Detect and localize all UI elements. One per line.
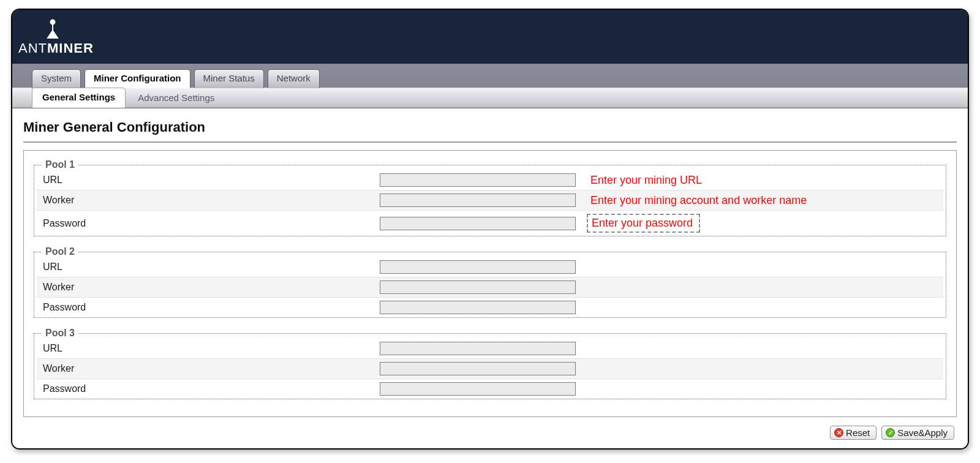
hint-highlight-box: Enter your password <box>587 214 700 233</box>
pool-2-worker-input[interactable] <box>380 280 576 294</box>
field-label: URL <box>37 175 380 186</box>
main-tabs: SystemMiner ConfigurationMiner StatusNet… <box>12 69 968 88</box>
page-title: Miner General Configuration <box>23 119 957 135</box>
pool-1-fieldset: Pool 1URLEnter your mining URLWorkerEnte… <box>34 159 946 236</box>
field-hint: Enter your mining account and worker nam… <box>582 194 943 207</box>
field-label: Worker <box>37 363 380 374</box>
pool-2-url-input[interactable] <box>380 260 576 274</box>
field-label: URL <box>37 343 380 354</box>
pool-2-fieldset: Pool 2URLWorkerPassword <box>34 246 946 318</box>
pool-3-row-url: URL <box>37 339 943 358</box>
reset-button[interactable]: ✕ Reset <box>830 426 876 440</box>
reset-button-label: Reset <box>846 427 870 438</box>
title-separator <box>23 141 957 143</box>
main-tab-miner-configuration[interactable]: Miner Configuration <box>85 69 190 88</box>
pool-2-legend: Pool 2 <box>42 246 78 257</box>
main-tab-network[interactable]: Network <box>268 69 320 88</box>
svg-point-0 <box>51 20 55 24</box>
field-label: URL <box>37 262 380 273</box>
field-hint: Enter your password <box>582 214 943 233</box>
field-hint: Enter your mining URL <box>582 174 943 187</box>
brand-bold: MINER <box>47 40 94 56</box>
pool-1-url-input[interactable] <box>380 173 576 187</box>
field-label: Worker <box>37 282 380 293</box>
pool-3-row-password: Password <box>37 378 943 399</box>
brand-logo: ANTMINER <box>18 18 98 58</box>
topbar: ANTMINER <box>12 10 968 64</box>
pool-3-legend: Pool 3 <box>42 328 78 339</box>
pool-1-row-url: URLEnter your mining URL <box>37 170 943 190</box>
pool-1-worker-input[interactable] <box>380 194 576 207</box>
svg-text:ANTMINER: ANTMINER <box>18 40 94 56</box>
close-icon: ✕ <box>834 428 843 437</box>
main-tab-system[interactable]: System <box>32 69 81 88</box>
sub-tab-general-settings[interactable]: General Settings <box>32 88 126 108</box>
sub-tab-advanced-settings[interactable]: Advanced Settings <box>128 89 224 108</box>
pool-3-fieldset: Pool 3URLWorkerPassword <box>34 328 946 399</box>
pool-2-row-worker: Worker <box>37 277 943 297</box>
pool-3-worker-input[interactable] <box>380 362 576 375</box>
pool-3-row-worker: Worker <box>37 358 943 378</box>
main-tab-miner-status[interactable]: Miner Status <box>194 69 264 88</box>
pool-3-password-input[interactable] <box>380 382 576 396</box>
content-area: Miner General Configuration Pool 1URLEnt… <box>12 108 968 448</box>
save-apply-button-label: Save&Apply <box>897 427 948 438</box>
sub-tab-bar: General SettingsAdvanced Settings <box>12 88 968 108</box>
save-apply-button[interactable]: ✓ Save&Apply <box>881 426 954 440</box>
pool-2-password-input[interactable] <box>380 301 576 314</box>
pool-3-url-input[interactable] <box>380 342 576 355</box>
field-label: Worker <box>37 195 380 206</box>
pool-1-row-password: PasswordEnter your password <box>37 210 943 236</box>
pool-1-row-worker: WorkerEnter your mining account and work… <box>37 190 943 210</box>
form-container: Pool 1URLEnter your mining URLWorkerEnte… <box>23 150 957 417</box>
pool-1-legend: Pool 1 <box>42 159 78 170</box>
brand-thin: ANT <box>18 40 47 56</box>
field-label: Password <box>37 383 380 394</box>
field-label: Password <box>37 302 380 313</box>
pool-2-row-url: URL <box>37 257 943 277</box>
pool-1-password-input[interactable] <box>380 217 576 230</box>
pool-2-row-password: Password <box>37 297 943 317</box>
field-label: Password <box>37 218 380 229</box>
check-icon: ✓ <box>886 428 895 437</box>
footer-buttons: ✕ Reset ✓ Save&Apply <box>23 417 957 440</box>
nav-strip: SystemMiner ConfigurationMiner StatusNet… <box>12 64 968 108</box>
app-window: ANTMINER SystemMiner ConfigurationMiner … <box>11 9 969 450</box>
